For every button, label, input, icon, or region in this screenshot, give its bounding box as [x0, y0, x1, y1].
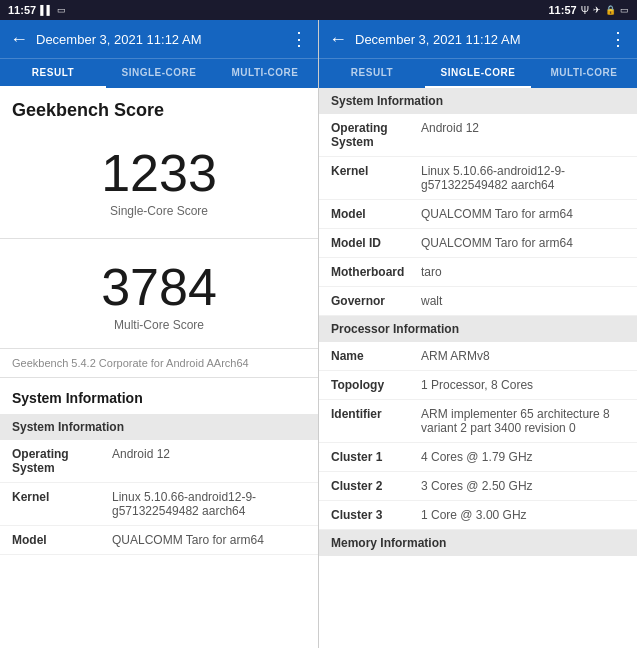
right-row-modelid: Model ID QUALCOMM Taro for arm64 — [319, 229, 637, 258]
right-header-title: December 3, 2021 11:12 AM — [355, 32, 601, 47]
right-label-topology: Topology — [331, 378, 421, 392]
right-value-identifier: ARM implementer 65 architecture 8 varian… — [421, 407, 625, 435]
left-header-title: December 3, 2021 11:12 AM — [36, 32, 282, 47]
psi-icon: Ψ — [581, 5, 589, 16]
multi-core-label: Multi-Core Score — [12, 318, 306, 332]
left-tab-result[interactable]: RESULT — [0, 59, 106, 88]
right-value-modelid: QUALCOMM Taro for arm64 — [421, 236, 625, 250]
right-header: ← December 3, 2021 11:12 AM ⋮ — [319, 20, 637, 58]
left-tabs: RESULT SINGLE-CORE MULTI-CORE — [0, 58, 318, 88]
right-tabs: RESULT SINGLE-CORE MULTI-CORE — [319, 58, 637, 88]
right-row-name: Name ARM ARMv8 — [319, 342, 637, 371]
multi-core-block: 3784 Multi-Core Score — [0, 243, 318, 348]
system-info-section-header: System Information — [0, 414, 318, 440]
score-divider — [0, 238, 318, 239]
right-row-governor: Governor walt — [319, 287, 637, 316]
single-core-score: 1233 — [12, 145, 306, 202]
right-value-kernel: Linux 5.10.66-android12-9-g571322549482 … — [421, 164, 625, 192]
right-value-cluster3: 1 Core @ 3.00 GHz — [421, 508, 625, 522]
right-back-button[interactable]: ← — [329, 29, 347, 50]
right-panel: ← December 3, 2021 11:12 AM ⋮ RESULT SIN… — [319, 20, 637, 648]
left-panel: ← December 3, 2021 11:12 AM ⋮ RESULT SIN… — [0, 20, 319, 648]
left-header: ← December 3, 2021 11:12 AM ⋮ — [0, 20, 318, 58]
panels-container: ← December 3, 2021 11:12 AM ⋮ RESULT SIN… — [0, 20, 637, 648]
right-value-cluster2: 3 Cores @ 2.50 GHz — [421, 479, 625, 493]
right-row-motherboard: Motherboard taro — [319, 258, 637, 287]
right-row-cluster1: Cluster 1 4 Cores @ 1.79 GHz — [319, 443, 637, 472]
left-tab-single-core[interactable]: SINGLE-CORE — [106, 59, 212, 88]
app-version: Geekbench 5.4.2 Corporate for Android AA… — [0, 348, 318, 378]
right-tab-single-core[interactable]: SINGLE-CORE — [425, 59, 531, 88]
left-row-model: Model QUALCOMM Taro for arm64 — [0, 526, 318, 555]
right-row-model: Model QUALCOMM Taro for arm64 — [319, 200, 637, 229]
right-tab-result[interactable]: RESULT — [319, 59, 425, 88]
left-row-kernel: Kernel Linux 5.10.66-android12-9-g571322… — [0, 483, 318, 526]
right-value-model: QUALCOMM Taro for arm64 — [421, 207, 625, 221]
right-row-identifier: Identifier ARM implementer 65 architectu… — [319, 400, 637, 443]
right-value-topology: 1 Processor, 8 Cores — [421, 378, 625, 392]
right-label-cluster3: Cluster 3 — [331, 508, 421, 522]
right-label-motherboard: Motherboard — [331, 265, 421, 279]
left-label-model: Model — [12, 533, 112, 547]
single-core-label: Single-Core Score — [12, 204, 306, 218]
right-row-os: Operating System Android 12 — [319, 114, 637, 157]
time-left: 11:57 — [8, 4, 36, 16]
right-value-cluster1: 4 Cores @ 1.79 GHz — [421, 450, 625, 464]
right-tab-multi-core[interactable]: MULTI-CORE — [531, 59, 637, 88]
right-value-governor: walt — [421, 294, 625, 308]
right-label-cluster2: Cluster 2 — [331, 479, 421, 493]
right-section-system: System Information — [319, 88, 637, 114]
airplane-icon: ✈ — [593, 5, 601, 15]
right-label-cluster1: Cluster 1 — [331, 450, 421, 464]
geekbench-title: Geekbench Score — [0, 88, 318, 129]
left-label-kernel: Kernel — [12, 490, 112, 504]
status-bar-right: 11:57 Ψ ✈ 🔒 ▭ — [319, 4, 638, 16]
left-back-button[interactable]: ← — [10, 29, 28, 50]
left-value-kernel: Linux 5.10.66-android12-9-g571322549482 … — [112, 490, 306, 518]
right-row-cluster2: Cluster 2 3 Cores @ 2.50 GHz — [319, 472, 637, 501]
left-more-button[interactable]: ⋮ — [290, 28, 308, 50]
right-section-memory: Memory Information — [319, 530, 637, 556]
left-panel-content: Geekbench Score 1233 Single-Core Score 3… — [0, 88, 318, 648]
right-value-os: Android 12 — [421, 121, 625, 135]
right-label-modelid: Model ID — [331, 236, 421, 250]
left-value-os: Android 12 — [112, 447, 306, 461]
battery-icon-right: ▭ — [620, 5, 629, 15]
single-core-block: 1233 Single-Core Score — [0, 129, 318, 234]
status-bar-left: 11:57 ▌▌ ▭ — [0, 4, 319, 16]
signal-icon-left: ▌▌ — [40, 5, 53, 15]
right-label-governor: Governor — [331, 294, 421, 308]
right-value-name: ARM ARMv8 — [421, 349, 625, 363]
right-panel-content: System Information Operating System Andr… — [319, 88, 637, 648]
right-row-topology: Topology 1 Processor, 8 Cores — [319, 371, 637, 400]
right-label-name: Name — [331, 349, 421, 363]
status-bar: 11:57 ▌▌ ▭ 11:57 Ψ ✈ 🔒 ▭ — [0, 0, 637, 20]
system-info-title: System Information — [0, 378, 318, 414]
left-tab-multi-core[interactable]: MULTI-CORE — [212, 59, 318, 88]
lock-icon: 🔒 — [605, 5, 616, 15]
multi-core-score: 3784 — [12, 259, 306, 316]
right-value-motherboard: taro — [421, 265, 625, 279]
left-value-model: QUALCOMM Taro for arm64 — [112, 533, 306, 547]
right-section-processor: Processor Information — [319, 316, 637, 342]
right-more-button[interactable]: ⋮ — [609, 28, 627, 50]
right-row-cluster3: Cluster 3 1 Core @ 3.00 GHz — [319, 501, 637, 530]
right-label-model: Model — [331, 207, 421, 221]
right-row-kernel: Kernel Linux 5.10.66-android12-9-g571322… — [319, 157, 637, 200]
battery-icon-left: ▭ — [57, 5, 66, 15]
right-label-kernel: Kernel — [331, 164, 421, 178]
right-label-identifier: Identifier — [331, 407, 421, 421]
left-row-os: Operating System Android 12 — [0, 440, 318, 483]
left-label-os: Operating System — [12, 447, 112, 475]
right-label-os: Operating System — [331, 121, 421, 149]
time-right: 11:57 — [549, 4, 577, 16]
